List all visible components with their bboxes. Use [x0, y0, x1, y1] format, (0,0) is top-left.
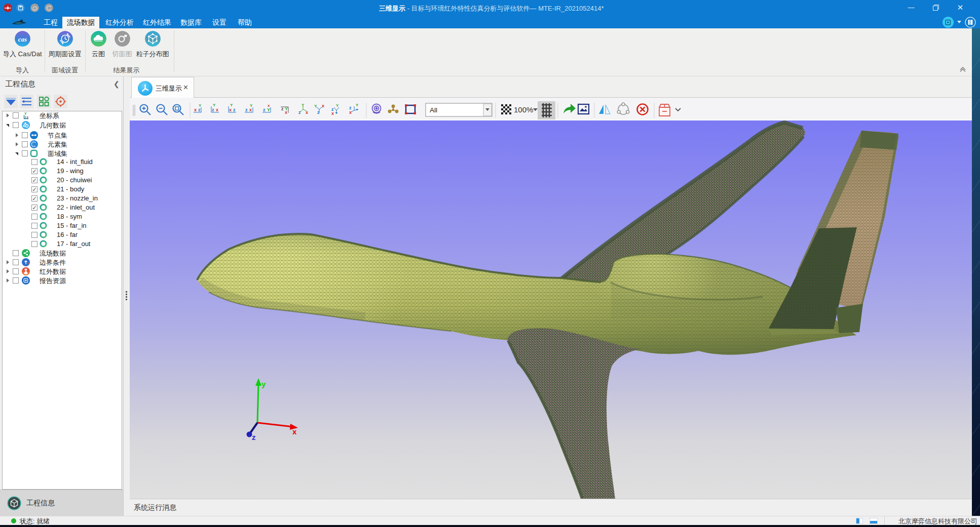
svg-text:100%: 100% [514, 105, 533, 114]
svg-text:x: x [216, 107, 218, 112]
svg-text:z: z [198, 107, 201, 112]
svg-text:Y: Y [267, 107, 270, 112]
svg-text:x: x [322, 103, 324, 108]
svg-text:y: y [261, 380, 266, 388]
svg-text:z: z [245, 107, 248, 112]
svg-text:x: x [249, 107, 252, 112]
svg-text:x: x [306, 110, 308, 115]
svg-text:x: x [194, 107, 197, 112]
svg-text:z: z [212, 107, 214, 112]
svg-text:z: z [298, 110, 301, 115]
svg-text:cas: cas [18, 35, 26, 43]
svg-text:z: z [281, 106, 284, 111]
svg-text:Y: Y [250, 103, 253, 108]
svg-text:x: x [229, 107, 232, 112]
svg-text:x: x [292, 427, 297, 436]
svg-text:x: x [27, 115, 29, 119]
svg-text:Y: Y [213, 103, 216, 107]
svg-text:x: x [331, 111, 334, 116]
svg-text:x: x [268, 103, 270, 108]
svg-text:x: x [349, 110, 352, 115]
svg-text:Y: Y [230, 103, 233, 107]
svg-text:Y: Y [356, 103, 359, 107]
svg-text:Y: Y [336, 103, 339, 108]
svg-text:z: z [233, 107, 236, 112]
svg-text:x: x [285, 110, 287, 115]
svg-text:All: All [430, 106, 437, 114]
svg-text:Y: Y [301, 103, 305, 107]
svg-text:Y: Y [199, 103, 202, 108]
svg-text:z: z [252, 433, 256, 441]
svg-text:z: z [317, 110, 320, 115]
svg-text:Y: Y [24, 112, 27, 115]
svg-text:z: z [263, 107, 266, 112]
svg-text:Y: Y [314, 104, 317, 108]
